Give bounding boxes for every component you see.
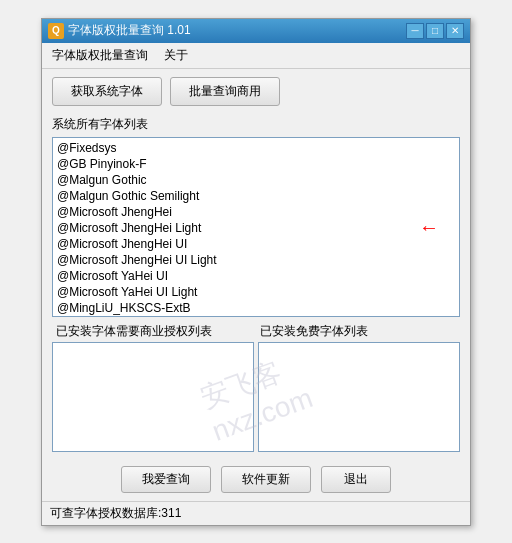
batch-query-button[interactable]: 批量查询商用 [170,77,280,106]
app-icon: Q [48,23,64,39]
bottom-section: 已安装字体需要商业授权列表 已安装免费字体列表 安飞客nxz.com [52,321,460,452]
menu-item-about[interactable]: 关于 [158,45,194,66]
list-item[interactable]: @Malgun Gothic Semilight [53,188,459,204]
commercial-fonts-list[interactable] [52,342,254,452]
bottom-labels: 已安装字体需要商业授权列表 已安装免费字体列表 [52,321,460,342]
minimize-button[interactable]: ─ [406,23,424,39]
get-fonts-button[interactable]: 获取系统字体 [52,77,162,106]
list-item[interactable]: @GB Pinyinok-F [53,156,459,172]
list-item[interactable]: @Malgun Gothic [53,172,459,188]
love-query-button[interactable]: 我爱查询 [121,466,211,493]
toolbar: 获取系统字体 批量查询商用 [42,69,470,114]
list-item[interactable]: @MingLiU_HKSCS-ExtB [53,300,459,316]
list-item[interactable]: @Microsoft JhengHei UI Light [53,252,459,268]
list-item[interactable]: @Fixedsys [53,140,459,156]
title-bar: Q 字体版权批量查询 1.01 ─ □ ✕ [42,19,470,43]
menu-bar: 字体版权批量查询 关于 [42,43,470,69]
exit-button[interactable]: 退出 [321,466,391,493]
list-item[interactable]: @Microsoft JhengHei UI [53,236,459,252]
bottom-lists: 安飞客nxz.com [52,342,460,452]
menu-item-font-query[interactable]: 字体版权批量查询 [46,45,154,66]
main-list-label: 系统所有字体列表 [42,114,470,135]
list-item[interactable]: @Microsoft YaHei UI [53,268,459,284]
free-fonts-list[interactable] [258,342,460,452]
window-title: 字体版权批量查询 1.01 [68,22,191,39]
bottom-bar: 我爱查询 软件更新 退出 [42,458,470,501]
list-item[interactable]: @Microsoft YaHei UI Light [53,284,459,300]
maximize-button[interactable]: □ [426,23,444,39]
list-item[interactable]: @Microsoft JhengHei Light [53,220,459,236]
status-bar: 可查字体授权数据库:311 [42,501,470,525]
software-update-button[interactable]: 软件更新 [221,466,311,493]
main-window: Q 字体版权批量查询 1.01 ─ □ ✕ 字体版权批量查询 关于 获取系统字体… [41,18,471,526]
status-text: 可查字体授权数据库:311 [50,506,181,520]
list-item[interactable]: @Microsoft JhengHei [53,204,459,220]
title-bar-left: Q 字体版权批量查询 1.01 [48,22,191,39]
main-list-container: @Fixedsys@GB Pinyinok-F@Malgun Gothic@Ma… [52,137,460,317]
title-controls: ─ □ ✕ [406,23,464,39]
bottom-label-left: 已安装字体需要商业授权列表 [52,321,256,342]
bottom-label-right: 已安装免费字体列表 [256,321,460,342]
close-button[interactable]: ✕ [446,23,464,39]
main-list-scroll[interactable]: @Fixedsys@GB Pinyinok-F@Malgun Gothic@Ma… [53,138,459,316]
